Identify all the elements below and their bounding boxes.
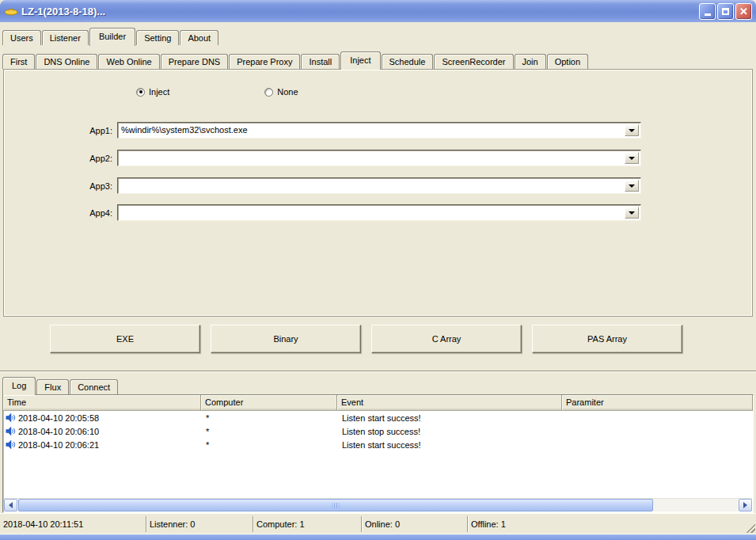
app1-value[interactable]: %windir%\system32\svchost.exe xyxy=(118,123,623,138)
tab-flux[interactable]: Flux xyxy=(36,379,69,394)
app-icon xyxy=(4,5,18,17)
radio-inject[interactable]: Inject xyxy=(136,87,169,97)
maximize-icon xyxy=(722,8,729,15)
app3-value[interactable] xyxy=(118,178,623,193)
chevron-down-icon xyxy=(629,211,635,215)
app4-label: App4: xyxy=(4,208,117,218)
horizontal-scrollbar[interactable] xyxy=(4,498,752,511)
c-array-button[interactable]: C Array xyxy=(371,325,522,353)
speaker-icon xyxy=(6,426,16,436)
build-button-row: EXE Binary C Array PAS Array xyxy=(0,325,756,353)
app1-dropdown-button[interactable] xyxy=(625,124,639,136)
app1-row: App1: %windir%\system32\svchost.exe xyxy=(4,122,752,139)
app2-row: App2: xyxy=(4,150,752,166)
table-row[interactable]: 2018-04-10 20:06:10 * Listen stop succes… xyxy=(3,424,753,438)
log-event: Listen stop success! xyxy=(337,427,562,436)
speaker-icon xyxy=(6,413,16,423)
app2-dropdown-button[interactable] xyxy=(625,152,639,164)
main-tab-bar: Users Listener Builder Setting About xyxy=(0,22,756,45)
tab-log[interactable]: Log xyxy=(2,377,36,395)
scrollbar-thumb[interactable] xyxy=(18,499,653,511)
table-row[interactable]: 2018-04-10 20:06:21 * Listen start succe… xyxy=(3,438,753,451)
tab-listener[interactable]: Listener xyxy=(42,30,89,45)
binary-button[interactable]: Binary xyxy=(211,325,361,353)
scroll-right-icon xyxy=(743,502,747,508)
log-event: Listen start success! xyxy=(337,413,562,423)
log-computer: * xyxy=(201,440,337,450)
app1-label: App1: xyxy=(4,126,117,135)
chevron-down-icon xyxy=(629,184,635,188)
log-list: Time Computer Event Paramiter 2018-04-10… xyxy=(2,394,754,513)
tab-setting[interactable]: Setting xyxy=(136,30,179,45)
app4-value[interactable] xyxy=(118,205,623,220)
radio-none-label: None xyxy=(277,87,298,97)
status-online-count: Online: 0 xyxy=(362,516,468,532)
app3-dropdown-button[interactable] xyxy=(625,180,639,192)
close-button[interactable]: ✕ xyxy=(735,3,752,20)
tab-prepare-dns[interactable]: Prepare DNS xyxy=(161,54,228,69)
tab-users[interactable]: Users xyxy=(2,30,41,45)
builder-tab-bar: First DNS Online Web Online Prepare DNS … xyxy=(0,50,756,69)
log-time: 2018-04-10 20:06:10 xyxy=(18,427,99,436)
log-event: Listen start success! xyxy=(337,440,562,450)
radio-inject-label: Inject xyxy=(149,87,169,97)
status-computer-count: Computer: 1 xyxy=(253,516,362,532)
tab-web-online[interactable]: Web Online xyxy=(98,54,159,69)
scroll-right-button[interactable] xyxy=(739,499,752,511)
app2-value[interactable] xyxy=(118,150,623,165)
tab-prepare-proxy[interactable]: Prepare Proxy xyxy=(229,54,300,69)
app4-combobox[interactable] xyxy=(117,204,641,221)
column-header-computer[interactable]: Computer xyxy=(201,395,337,411)
status-listener-count: Listenner: 0 xyxy=(146,516,253,532)
app4-dropdown-button[interactable] xyxy=(625,207,639,219)
tab-schedule[interactable]: Schedule xyxy=(382,54,434,69)
titlebar[interactable]: LZ-1(2013-8-18)... ✕ xyxy=(0,0,756,22)
log-tab-bar: Log Flux Connect xyxy=(0,375,756,394)
radio-none-icon xyxy=(264,88,273,97)
maximize-button[interactable] xyxy=(717,3,734,20)
log-computer: * xyxy=(201,413,337,423)
speaker-icon xyxy=(6,439,16,450)
inject-panel: Inject None App1: %windir%\system32\svch… xyxy=(3,69,753,317)
log-time: 2018-04-10 20:05:58 xyxy=(18,413,99,423)
tab-dns-online[interactable]: DNS Online xyxy=(36,54,97,69)
table-row[interactable]: 2018-04-10 20:05:58 * Listen start succe… xyxy=(3,411,753,424)
pas-array-button[interactable]: PAS Array xyxy=(532,325,682,353)
app2-combobox[interactable] xyxy=(117,150,641,166)
tab-first[interactable]: First xyxy=(2,54,35,69)
column-header-paramiter[interactable]: Paramiter xyxy=(562,395,753,411)
tab-connect[interactable]: Connect xyxy=(70,379,118,394)
app3-label: App3: xyxy=(4,181,117,191)
chevron-down-icon xyxy=(629,129,635,132)
app4-row: App4: xyxy=(4,204,752,221)
status-offline-count: Offline: 1 xyxy=(468,516,756,532)
log-time: 2018-04-10 20:06:21 xyxy=(18,440,99,450)
column-header-time[interactable]: Time xyxy=(3,395,201,411)
log-table-header: Time Computer Event Paramiter xyxy=(3,395,753,411)
chevron-down-icon xyxy=(629,157,635,160)
scrollbar-track[interactable] xyxy=(17,499,739,511)
tab-builder[interactable]: Builder xyxy=(89,28,135,46)
tab-install[interactable]: Install xyxy=(301,54,340,69)
radio-inject-icon xyxy=(136,88,145,97)
inject-mode-group: Inject None xyxy=(136,87,469,97)
column-header-event[interactable]: Event xyxy=(337,395,562,411)
window-title: LZ-1(2013-8-18)... xyxy=(21,6,699,17)
tab-inject[interactable]: Inject xyxy=(340,51,380,70)
tab-about[interactable]: About xyxy=(180,30,218,45)
tab-option[interactable]: Option xyxy=(547,54,588,69)
minimize-button[interactable] xyxy=(699,3,716,20)
log-computer: * xyxy=(201,427,337,436)
radio-none[interactable]: None xyxy=(264,87,298,97)
tab-screenrecorder[interactable]: ScreenRecorder xyxy=(434,54,513,69)
scroll-left-button[interactable] xyxy=(4,499,17,511)
scroll-left-icon xyxy=(9,502,13,508)
close-icon: ✕ xyxy=(739,6,748,17)
minimize-icon xyxy=(705,13,711,16)
status-bar: 2018-04-10 20:11:51 Listenner: 0 Compute… xyxy=(0,513,756,534)
tab-join[interactable]: Join xyxy=(515,54,546,69)
exe-button[interactable]: EXE xyxy=(50,325,200,353)
app1-combobox[interactable]: %windir%\system32\svchost.exe xyxy=(117,122,641,139)
app3-combobox[interactable] xyxy=(117,177,641,194)
app-window: LZ-1(2013-8-18)... ✕ Users Listener Buil… xyxy=(0,0,756,540)
